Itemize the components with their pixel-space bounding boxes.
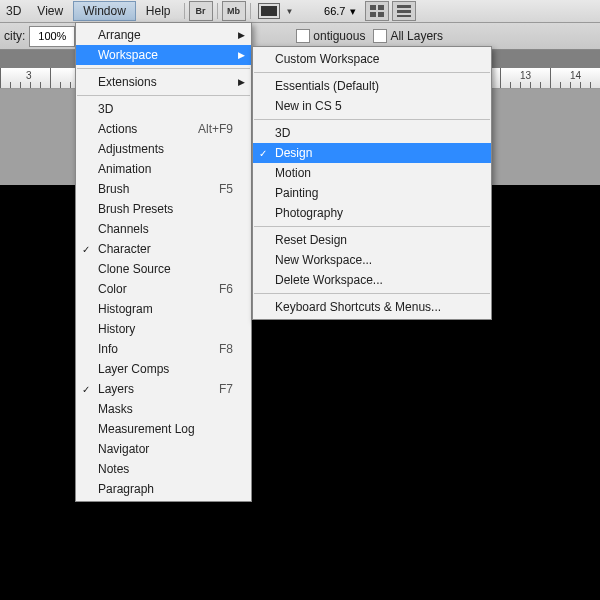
window-menu-item[interactable]: Notes bbox=[76, 459, 251, 479]
menu-shortcut: F8 bbox=[195, 342, 233, 356]
workspace-menu-item[interactable]: Delete Workspace... bbox=[253, 270, 491, 290]
workspace-menu-item[interactable]: Custom Workspace bbox=[253, 49, 491, 69]
submenu-arrow-icon: ▶ bbox=[238, 30, 245, 40]
menu-item-label: New Workspace... bbox=[275, 253, 372, 267]
menu-item-label: Channels bbox=[98, 222, 149, 236]
menu-item-label: Actions bbox=[98, 122, 137, 136]
svg-rect-3 bbox=[378, 12, 384, 17]
menu-item-label: Adjustments bbox=[98, 142, 164, 156]
workspace-menu-item[interactable]: New Workspace... bbox=[253, 250, 491, 270]
window-menu-item[interactable]: Extensions▶ bbox=[76, 72, 251, 92]
workspace-menu-item[interactable]: Essentials (Default) bbox=[253, 76, 491, 96]
svg-rect-5 bbox=[397, 10, 411, 13]
workspace-menu-item[interactable]: Painting bbox=[253, 183, 491, 203]
menu-item-label: Motion bbox=[275, 166, 311, 180]
menu-item-label: 3D bbox=[275, 126, 290, 140]
bridge-icon[interactable]: Br bbox=[189, 1, 213, 21]
menu-separator bbox=[254, 72, 490, 73]
window-menu-item[interactable]: Layer Comps bbox=[76, 359, 251, 379]
window-menu-item[interactable]: History bbox=[76, 319, 251, 339]
workspace-menu-item[interactable]: Reset Design bbox=[253, 230, 491, 250]
window-menu-item[interactable]: Histogram bbox=[76, 299, 251, 319]
window-menu-item[interactable]: Animation bbox=[76, 159, 251, 179]
menu-item-label: Masks bbox=[98, 402, 133, 416]
opacity-label: city: bbox=[4, 29, 25, 43]
menu-separator bbox=[254, 119, 490, 120]
window-menu-item[interactable]: 3D bbox=[76, 99, 251, 119]
window-menu-item[interactable]: Masks bbox=[76, 399, 251, 419]
svg-rect-1 bbox=[378, 5, 384, 10]
window-menu-item[interactable]: ColorF6 bbox=[76, 279, 251, 299]
window-menu-item[interactable]: Paragraph bbox=[76, 479, 251, 499]
contiguous-checkbox[interactable] bbox=[296, 29, 310, 43]
workspace-menu-item[interactable]: Motion bbox=[253, 163, 491, 183]
menu-item-label: Measurement Log bbox=[98, 422, 195, 436]
window-menu: Arrange▶Workspace▶Extensions▶3DActionsAl… bbox=[75, 22, 252, 502]
window-menu-item[interactable]: Adjustments bbox=[76, 139, 251, 159]
workspace-menu-item[interactable]: Keyboard Shortcuts & Menus... bbox=[253, 297, 491, 317]
arrange-stack-icon[interactable] bbox=[392, 1, 416, 21]
menu-item-label: 3D bbox=[98, 102, 113, 116]
menu-item-label: Character bbox=[98, 242, 151, 256]
window-menu-item[interactable]: ✓LayersF7 bbox=[76, 379, 251, 399]
menu-item-label: Workspace bbox=[98, 48, 158, 62]
menu-item-label: Essentials (Default) bbox=[275, 79, 379, 93]
window-menu-item[interactable]: ✓Character bbox=[76, 239, 251, 259]
opacity-input[interactable] bbox=[29, 26, 75, 47]
menu-item-label: Layers bbox=[98, 382, 134, 396]
menu-separator bbox=[77, 95, 250, 96]
menu-item-label: Clone Source bbox=[98, 262, 171, 276]
workspace-menu-item[interactable]: ✓Design bbox=[253, 143, 491, 163]
chevron-down-icon: ▼ bbox=[286, 7, 294, 16]
menu-item-label: Brush bbox=[98, 182, 129, 196]
menu-item-label: Animation bbox=[98, 162, 151, 176]
window-menu-item[interactable]: Channels bbox=[76, 219, 251, 239]
menu-shortcut: F6 bbox=[195, 282, 233, 296]
svg-rect-4 bbox=[397, 5, 411, 8]
arrange-icons bbox=[365, 1, 416, 21]
window-menu-item[interactable]: Navigator bbox=[76, 439, 251, 459]
menu-separator bbox=[254, 293, 490, 294]
arrange-grid-icon[interactable] bbox=[365, 1, 389, 21]
svg-rect-6 bbox=[397, 15, 411, 17]
menubar-separator bbox=[184, 3, 185, 19]
window-menu-item[interactable]: ActionsAlt+F9 bbox=[76, 119, 251, 139]
workspace-menu-item[interactable]: 3D bbox=[253, 123, 491, 143]
ruler-tick-label: 14 bbox=[570, 70, 581, 81]
menu-separator bbox=[254, 226, 490, 227]
window-menu-item[interactable]: InfoF8 bbox=[76, 339, 251, 359]
workspace-submenu: Custom WorkspaceEssentials (Default)New … bbox=[252, 46, 492, 320]
menu-shortcut: F7 bbox=[195, 382, 233, 396]
all-layers-checkbox[interactable] bbox=[373, 29, 387, 43]
zoom-control[interactable]: ▾ bbox=[299, 2, 356, 20]
menu-item-label: Extensions bbox=[98, 75, 157, 89]
menubar: 3D View Window Help Br Mb ▼ ▾ bbox=[0, 0, 600, 23]
zoom-input[interactable] bbox=[299, 2, 347, 20]
menu-item-label: Keyboard Shortcuts & Menus... bbox=[275, 300, 441, 314]
menu-item-label: Navigator bbox=[98, 442, 149, 456]
window-menu-item[interactable]: BrushF5 bbox=[76, 179, 251, 199]
window-menu-item[interactable]: Brush Presets bbox=[76, 199, 251, 219]
menu-item-label: New in CS 5 bbox=[275, 99, 342, 113]
screen-mode-icon[interactable] bbox=[258, 3, 280, 19]
menu-item-label: Brush Presets bbox=[98, 202, 173, 216]
menu-item-label: Delete Workspace... bbox=[275, 273, 383, 287]
menubar-separator bbox=[250, 3, 251, 19]
check-icon: ✓ bbox=[82, 384, 90, 395]
workspace-menu-item[interactable]: New in CS 5 bbox=[253, 96, 491, 116]
window-menu-item[interactable]: Arrange▶ bbox=[76, 25, 251, 45]
menu-item-label: Reset Design bbox=[275, 233, 347, 247]
window-menu-item[interactable]: Clone Source bbox=[76, 259, 251, 279]
menu-window[interactable]: Window bbox=[73, 1, 136, 21]
menu-shortcut: Alt+F9 bbox=[174, 122, 233, 136]
submenu-arrow-icon: ▶ bbox=[238, 77, 245, 87]
menu-3d[interactable]: 3D bbox=[0, 1, 27, 21]
contiguous-label: ontiguous bbox=[313, 29, 365, 43]
workspace-menu-item[interactable]: Photography bbox=[253, 203, 491, 223]
window-menu-item[interactable]: Workspace▶ bbox=[76, 45, 251, 65]
menu-view[interactable]: View bbox=[27, 1, 73, 21]
minibridge-icon[interactable]: Mb bbox=[222, 1, 246, 21]
menu-item-label: Photography bbox=[275, 206, 343, 220]
window-menu-item[interactable]: Measurement Log bbox=[76, 419, 251, 439]
menu-help[interactable]: Help bbox=[136, 1, 181, 21]
